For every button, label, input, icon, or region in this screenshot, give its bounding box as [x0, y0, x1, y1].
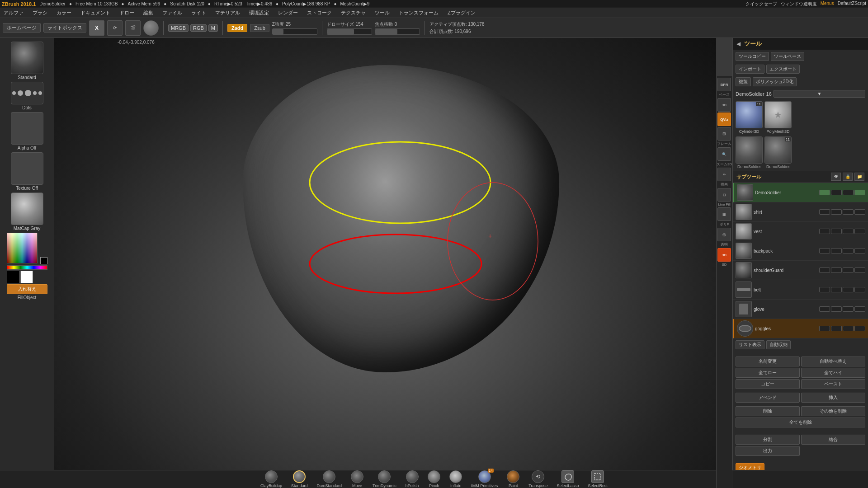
frame-btn[interactable]: ⊞ [717, 127, 731, 141]
menu-texture[interactable]: テクスチャ [339, 9, 368, 17]
lightbox-btn[interactable]: ライトボックス [43, 23, 86, 33]
glove-t1[interactable] [819, 306, 830, 312]
goggles-t4[interactable] [854, 326, 865, 331]
timeline-btn[interactable]: 🎬 [125, 20, 141, 36]
thumb-demosoldier-1[interactable]: DemoSoldier [736, 136, 763, 169]
backpack-t1[interactable] [819, 248, 830, 253]
m-btn[interactable]: M [208, 24, 218, 32]
rename-btn[interactable]: 名前変更 [736, 357, 800, 366]
tool-imm-primitives[interactable]: 14 IMM Primitives [471, 470, 498, 488]
menu-transform[interactable]: トランスフォーム [397, 9, 440, 17]
color-swatch-btn[interactable] [143, 20, 159, 36]
tool-transpose[interactable]: ⟲ Transpose [528, 470, 547, 488]
tool-pinch[interactable]: Pinch [428, 470, 440, 488]
menu-tool[interactable]: ツール [373, 9, 392, 17]
vest-t2[interactable] [831, 229, 842, 234]
subtool-vest[interactable]: vest [733, 222, 868, 241]
all-high-btn[interactable]: 全てハイ [801, 368, 865, 378]
subtool-shirt[interactable]: shirt [733, 202, 868, 222]
insert-btn[interactable]: 挿入 [801, 393, 865, 403]
swatch-black[interactable] [7, 271, 19, 283]
menu-brush[interactable]: プラシ [31, 9, 49, 17]
copy2-btn[interactable]: コピー [736, 379, 800, 389]
export2-btn[interactable]: 出力 [736, 446, 800, 456]
tool-claybuildup[interactable]: ClayBuildup [260, 470, 282, 488]
import-btn[interactable]: インポート [736, 65, 764, 74]
paste2-btn[interactable]: ペースト [801, 379, 865, 389]
menu-file[interactable]: ファイル [160, 9, 184, 17]
delete-all-btn[interactable]: 全てを削除 [736, 418, 865, 427]
color-gradient[interactable] [7, 233, 38, 263]
shirt-t2[interactable] [831, 209, 842, 215]
focal-shift-slider[interactable] [375, 28, 420, 35]
swap-btn[interactable]: 入れ替え [7, 284, 47, 294]
belt-t1[interactable] [819, 287, 830, 292]
back-arrow-icon[interactable]: ◀ [736, 41, 741, 47]
color-bg-swatch[interactable] [40, 257, 47, 264]
quick-save-btn[interactable]: クイックセーブ [745, 1, 777, 7]
backpack-t2[interactable] [831, 248, 842, 253]
sg-t2[interactable] [831, 267, 842, 273]
subtool-backpack[interactable]: backpack [733, 241, 868, 261]
transparent-btn[interactable]: ◎ [717, 228, 731, 241]
mrgb-btn[interactable]: MRGB [168, 24, 189, 32]
thumb-demosoldier-2[interactable]: 11 DemoSoldier [764, 136, 792, 169]
menu-draw[interactable]: ドロー [118, 9, 136, 17]
all-low-btn[interactable]: 全てロー [736, 368, 800, 378]
shirt-t1[interactable] [819, 209, 830, 215]
tool-damstandard[interactable]: DamStandard [317, 470, 342, 488]
goggles-t2[interactable] [831, 326, 842, 331]
demosoldier-dropdown[interactable]: ▼ [774, 90, 865, 98]
texture-off[interactable]: Texture Off [5, 152, 50, 191]
subtool-goggles[interactable]: goggles [733, 319, 868, 338]
subtool-lock-btn[interactable]: 🔒 [843, 173, 853, 181]
auto-sort-btn[interactable]: 自動並べ替え [801, 357, 865, 366]
list-display-btn[interactable]: リスト表示 [736, 340, 764, 349]
shirt-t4[interactable] [854, 209, 865, 215]
belt-t4[interactable] [854, 287, 865, 292]
append-btn[interactable]: アペンド [736, 393, 800, 403]
backpack-t3[interactable] [843, 248, 854, 253]
menus-btn[interactable]: Menus [821, 1, 834, 7]
subtool-folder-btn[interactable]: 📁 [854, 173, 864, 181]
draw-size-slider[interactable] [327, 28, 372, 35]
draw-btn[interactable]: ✏ [717, 168, 731, 181]
menu-document[interactable]: ドキュメント [79, 9, 112, 17]
subtool-belt[interactable]: belt [733, 280, 868, 300]
tool-paint[interactable]: Paint [507, 470, 519, 488]
tool-copy-btn[interactable]: ツールコピー [736, 52, 769, 61]
qviz-btn[interactable]: QViz [717, 113, 731, 126]
tool-standard[interactable]: Standard [291, 470, 308, 488]
sg-t1[interactable] [819, 267, 830, 273]
default-zscript-btn[interactable]: DefaultZScript [838, 1, 866, 7]
menu-preferences[interactable]: 環境設定 [247, 9, 271, 17]
subtool-glove[interactable]: glove [733, 300, 868, 319]
tool-select-rect[interactable]: SelectRect [588, 470, 608, 488]
canvas-area[interactable]: + -0.04,-3.902,0.076 [54, 38, 716, 470]
zoom3d-btn[interactable]: 🔍 [717, 147, 731, 161]
menu-material[interactable]: マテリアル [213, 9, 242, 17]
geometry-btn[interactable]: ジオメトリ [736, 463, 764, 470]
local-sym-btn[interactable]: ⟳ [107, 20, 123, 36]
linefill-btn[interactable]: ⊟ [717, 188, 731, 202]
zsub-btn[interactable]: Zsub [250, 24, 269, 32]
zadd-btn[interactable]: Zadd [227, 24, 247, 32]
export-btn[interactable]: エクスポート [766, 65, 800, 74]
matcap[interactable]: MatCap Gray [5, 192, 50, 231]
sg-t3[interactable] [843, 267, 854, 273]
menu-color[interactable]: カラー [55, 9, 73, 17]
tool-trimdynamic[interactable]: TrimDynamic [373, 470, 396, 488]
vest-t1[interactable] [819, 229, 830, 234]
subtool-shoulderguard[interactable]: shoulderGuard [733, 261, 868, 280]
brush-dots[interactable]: Dots [5, 82, 50, 110]
menu-edit[interactable]: 編集 [142, 9, 155, 17]
merge-btn[interactable]: 結合 [801, 435, 865, 445]
color-hue-slider[interactable] [7, 265, 47, 270]
vest-t3[interactable] [843, 229, 854, 234]
sg-t4[interactable] [854, 267, 865, 273]
belt-t3[interactable] [843, 287, 854, 292]
subtool-demosoldier[interactable]: DemoSoldier [733, 183, 868, 202]
solo-btn[interactable]: 3D [717, 248, 731, 262]
bpr-btn[interactable]: BPR [717, 78, 731, 91]
demosoldier-extra-toggle[interactable] [854, 190, 865, 195]
